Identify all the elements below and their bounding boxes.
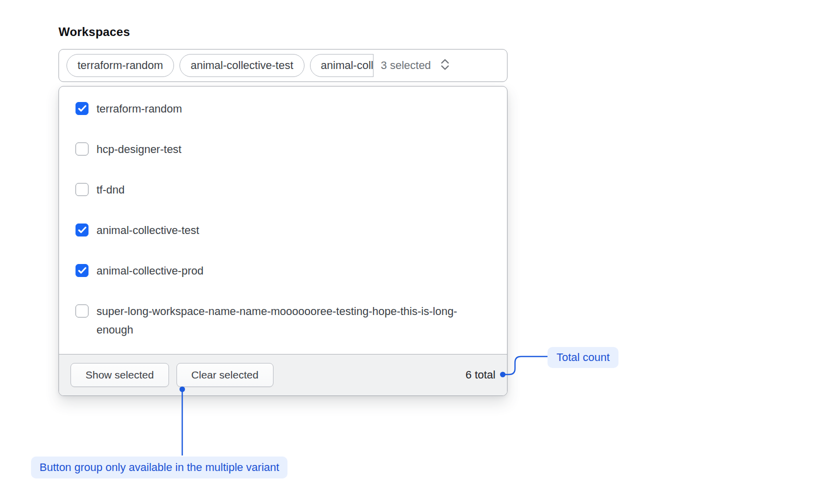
checkbox[interactable] <box>76 142 88 156</box>
selection-pill: animal-collective-prod <box>310 54 374 77</box>
option-label: hcp-designer-test <box>96 140 182 158</box>
selection-pill-truncated: animal-collective-prod <box>310 54 374 77</box>
clear-selected-button[interactable]: Clear selected <box>176 363 274 387</box>
checkbox[interactable] <box>76 102 88 115</box>
button-group-connector-line <box>179 386 186 456</box>
selection-pill-label: animal-collective-test <box>190 59 293 72</box>
listbox-panel: terraform-random hcp-designer-test tf-dn… <box>58 86 508 396</box>
selection-pill-label: animal-collective-prod <box>321 59 374 72</box>
checkbox[interactable] <box>76 264 88 277</box>
button-group-annotation: Button group only available in the multi… <box>31 456 288 478</box>
option-label: animal-collective-prod <box>96 262 204 280</box>
checkbox[interactable] <box>76 304 88 318</box>
option-label: terraform-random <box>96 100 182 118</box>
option-label: super-long-workspace-name-name-moooooore… <box>96 302 490 339</box>
listbox-option[interactable]: terraform-random <box>59 88 507 129</box>
option-label: animal-collective-test <box>96 221 199 240</box>
selection-pill: terraform-random <box>66 54 174 77</box>
total-count-annotation: Total count <box>548 347 618 368</box>
field-label: Workspaces <box>58 25 130 39</box>
listbox-option[interactable]: hcp-designer-test <box>59 129 507 170</box>
selection-pill: animal-collective-test <box>180 54 304 77</box>
selection-pill-label: terraform-random <box>78 59 163 72</box>
listbox-option[interactable]: animal-collective-test <box>59 210 507 250</box>
options-list: terraform-random hcp-designer-test tf-dn… <box>59 86 507 354</box>
total-count-text: 6 total <box>466 368 496 382</box>
show-selected-button[interactable]: Show selected <box>70 363 169 387</box>
multiselect-trigger[interactable]: terraform-random animal-collective-test … <box>58 49 508 82</box>
option-label: tf-dnd <box>96 180 124 199</box>
checkbox[interactable] <box>76 183 88 196</box>
checkbox[interactable] <box>76 224 88 236</box>
page: Workspaces terraform-random animal-colle… <box>0 0 836 504</box>
listbox-option[interactable]: tf-dnd <box>59 170 507 210</box>
total-count-connector-line <box>500 345 550 381</box>
listbox-option[interactable]: animal-collective-prod <box>59 250 507 291</box>
listbox-footer: Show selected Clear selected 6 total <box>59 354 507 396</box>
chevron-up-down-icon <box>440 58 450 73</box>
listbox-option[interactable]: super-long-workspace-name-name-moooooore… <box>59 291 507 350</box>
selected-count-text: 3 selected <box>381 59 431 72</box>
